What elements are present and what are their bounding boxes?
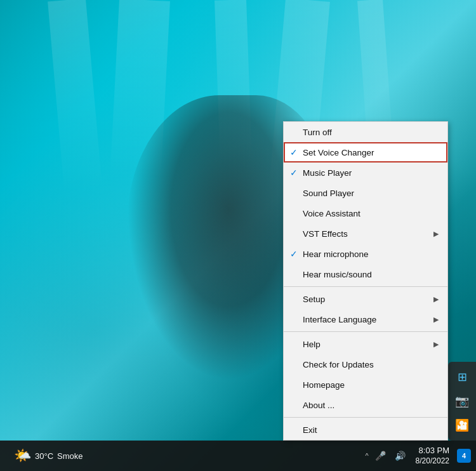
label-interface-language: Interface Language (303, 315, 430, 324)
divider-after-about (284, 417, 447, 418)
checkmark-hear-microphone: ✓ (290, 249, 303, 259)
clock-date: 8/20/2022 (416, 456, 449, 467)
menu-item-hear-microphone[interactable]: ✓Hear microphone (284, 244, 447, 264)
context-menu: Turn off✓Set Voice Changer✓Music PlayerS… (283, 121, 448, 441)
menu-item-setup[interactable]: Setup▶ (284, 289, 447, 309)
submenu-arrow-vst-effects: ▶ (433, 230, 439, 238)
menu-item-hear-music[interactable]: Hear music/sound (284, 264, 447, 284)
menu-item-voice-assistant[interactable]: Voice Assistant (284, 203, 447, 223)
submenu-arrow-interface-language: ▶ (433, 315, 439, 324)
label-voice-assistant: Voice Assistant (303, 209, 439, 218)
taskbar-left: 🌤️ 30°C Smoke (0, 448, 91, 464)
label-exit: Exit (303, 425, 439, 435)
toolbar-btn-app3[interactable]: 🎦 (451, 414, 473, 437)
volume-icon[interactable]: 🔊 (392, 448, 408, 463)
menu-item-set-voice-changer[interactable]: ✓Set Voice Changer (284, 142, 447, 163)
label-vst-effects: VST Effects (303, 229, 430, 239)
toolbar-btn-app2[interactable]: 📷 (451, 390, 473, 413)
label-homepage: Homepage (303, 380, 439, 390)
checkmark-music-player: ✓ (290, 168, 303, 178)
taskbar: 🌤️ 30°C Smoke ^ 🎤 🔊 8:03 PM 8/20/2022 4 (0, 441, 476, 471)
menu-item-interface-language[interactable]: Interface Language▶ (284, 309, 447, 329)
menu-item-vst-effects[interactable]: VST Effects▶ (284, 223, 447, 244)
menu-item-sound-player[interactable]: Sound Player (284, 183, 447, 203)
menu-item-about[interactable]: About ... (284, 395, 447, 415)
temperature: 30°C (35, 451, 53, 461)
submenu-arrow-help: ▶ (433, 340, 439, 348)
label-check-updates: Check for Updates (303, 360, 439, 369)
label-help: Help (303, 340, 430, 349)
menu-item-exit[interactable]: Exit (284, 420, 447, 440)
label-sound-player: Sound Player (303, 189, 439, 198)
label-hear-music: Hear music/sound (303, 270, 439, 279)
divider-after-hear-music (284, 286, 447, 287)
taskbar-right: ^ 🎤 🔊 8:03 PM 8/20/2022 4 (365, 446, 476, 466)
microphone-icon[interactable]: 🎤 (373, 448, 388, 463)
menu-item-music-player[interactable]: ✓Music Player (284, 163, 447, 183)
checkmark-set-voice-changer: ✓ (290, 147, 303, 157)
weather-condition: Smoke (57, 451, 83, 461)
toolbar-btn-app1[interactable]: ⊞ (451, 366, 473, 388)
weather-icon: 🌤️ (14, 448, 31, 464)
weather-widget[interactable]: 🌤️ 30°C Smoke (6, 448, 91, 464)
menu-item-check-updates[interactable]: Check for Updates (284, 354, 447, 375)
clock-area[interactable]: 8:03 PM 8/20/2022 (411, 446, 454, 466)
divider-after-interface-language (284, 331, 447, 332)
submenu-arrow-setup: ▶ (433, 295, 439, 303)
system-tray: ^ 🎤 🔊 (365, 448, 407, 463)
side-toolbar: ⊞📷🎦 (448, 362, 476, 441)
label-hear-microphone: Hear microphone (303, 249, 439, 259)
menu-item-help[interactable]: Help▶ (284, 334, 447, 354)
label-about: About ... (303, 401, 439, 410)
notification-badge[interactable]: 4 (457, 449, 471, 463)
label-setup: Setup (303, 295, 430, 304)
label-turn-off: Turn off (303, 128, 439, 137)
tray-expand-arrow[interactable]: ^ (365, 452, 368, 460)
clock-time: 8:03 PM (416, 446, 449, 456)
label-set-voice-changer: Set Voice Changer (303, 148, 439, 157)
label-music-player: Music Player (303, 168, 439, 178)
menu-item-turn-off[interactable]: Turn off (284, 122, 447, 142)
menu-item-homepage[interactable]: Homepage (284, 375, 447, 395)
